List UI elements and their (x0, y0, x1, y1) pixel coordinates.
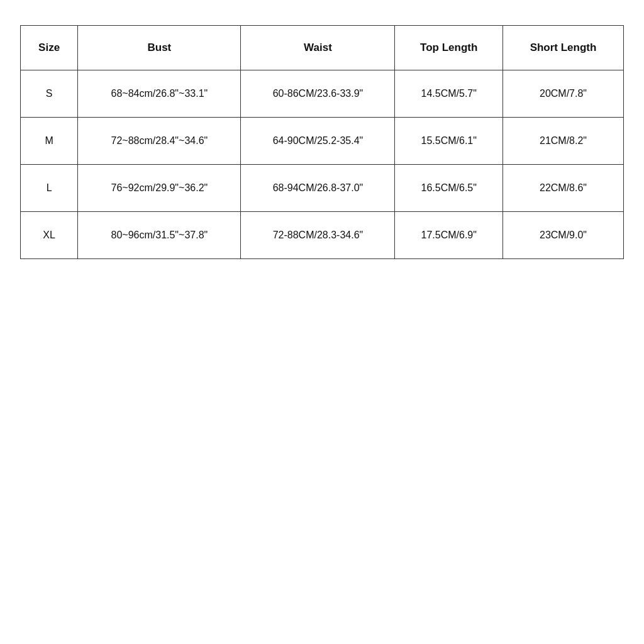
size-chart-container: Size Bust Waist Top Length Short Length … (20, 25, 624, 259)
table-row: M72~88cm/28.4"~34.6"64-90CM/25.2-35.4"15… (21, 118, 624, 165)
header-waist: Waist (241, 26, 395, 70)
header-top-length: Top Length (395, 26, 503, 70)
cell-top-length: 14.5CM/5.7" (395, 70, 503, 118)
cell-short-length: 22CM/8.6" (503, 165, 624, 212)
cell-waist: 64-90CM/25.2-35.4" (241, 118, 395, 165)
cell-waist: 72-88CM/28.3-34.6" (241, 212, 395, 259)
table-row: L76~92cm/29.9"~36.2"68-94CM/26.8-37.0"16… (21, 165, 624, 212)
cell-size: XL (21, 212, 78, 259)
cell-short-length: 21CM/8.2" (503, 118, 624, 165)
table-row: S68~84cm/26.8"~33.1"60-86CM/23.6-33.9"14… (21, 70, 624, 118)
cell-size: M (21, 118, 78, 165)
header-short-length: Short Length (503, 26, 624, 70)
cell-size: S (21, 70, 78, 118)
cell-size: L (21, 165, 78, 212)
header-size: Size (21, 26, 78, 70)
cell-bust: 80~96cm/31.5"~37.8" (78, 212, 241, 259)
table-row: XL80~96cm/31.5"~37.8"72-88CM/28.3-34.6"1… (21, 212, 624, 259)
cell-top-length: 17.5CM/6.9" (395, 212, 503, 259)
cell-short-length: 20CM/7.8" (503, 70, 624, 118)
cell-bust: 76~92cm/29.9"~36.2" (78, 165, 241, 212)
cell-bust: 68~84cm/26.8"~33.1" (78, 70, 241, 118)
cell-bust: 72~88cm/28.4"~34.6" (78, 118, 241, 165)
cell-top-length: 16.5CM/6.5" (395, 165, 503, 212)
size-chart-table: Size Bust Waist Top Length Short Length … (20, 25, 624, 259)
cell-waist: 68-94CM/26.8-37.0" (241, 165, 395, 212)
header-bust: Bust (78, 26, 241, 70)
cell-short-length: 23CM/9.0" (503, 212, 624, 259)
table-header-row: Size Bust Waist Top Length Short Length (21, 26, 624, 70)
cell-top-length: 15.5CM/6.1" (395, 118, 503, 165)
cell-waist: 60-86CM/23.6-33.9" (241, 70, 395, 118)
